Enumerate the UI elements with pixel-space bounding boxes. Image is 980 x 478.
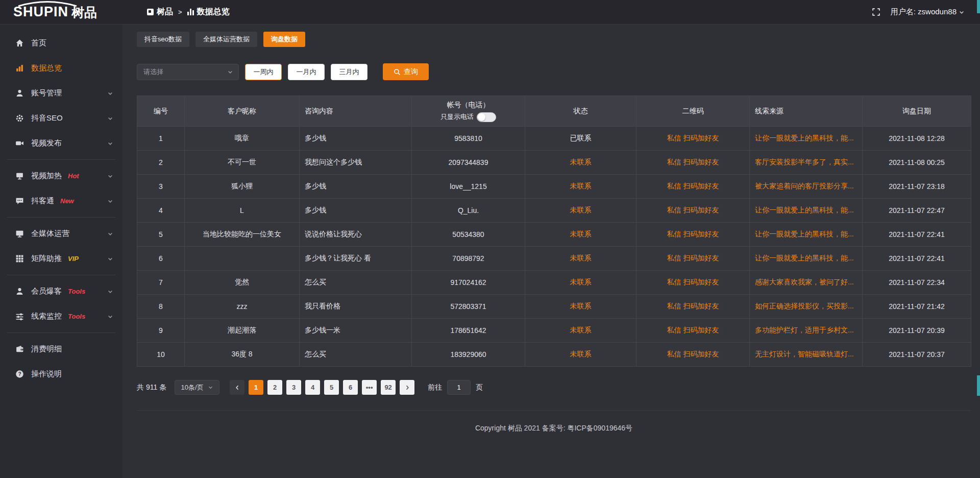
qr-friend-link[interactable]: 私信 扫码加好友: [667, 254, 719, 262]
sidebar-item-instructions[interactable]: ? 操作说明: [0, 362, 122, 387]
sidebar-item-data-overview[interactable]: 数据总览: [0, 56, 122, 81]
col-header-qr: 二维码: [636, 96, 750, 127]
table-header-row: 编号 客户昵称 咨询内容 帐号（电话） 只显示电话 状态 二维码 线索来源 询盘…: [137, 96, 971, 127]
table-row: 5 当地比较能吃的一位美女 说说价格让我死心 50534380 未联系 私信 扫…: [137, 223, 971, 247]
sidebar-item-account-mgmt[interactable]: 账号管理: [0, 81, 122, 106]
hot-badge: Hot: [68, 172, 79, 180]
user-menu[interactable]: 用户名: zswodun88: [891, 7, 965, 17]
page-button[interactable]: 1: [249, 380, 263, 395]
table-row: 9 潮起潮落 多少钱一米 178651642 未联系 私信 扫码加好友 多功能护…: [137, 319, 971, 343]
period-week-button[interactable]: 一周内: [245, 64, 282, 80]
footer: Copyright 树品 2021 备案号: 粤ICP备09019646号: [137, 410, 971, 433]
filter-select[interactable]: 请选择: [137, 64, 239, 80]
tab-omni-media-data[interactable]: 全媒体运营数据: [195, 32, 257, 47]
monitor-icon: [15, 229, 24, 238]
cell-message: 怎么买: [300, 271, 412, 295]
col-header-date: 询盘日期: [863, 96, 971, 127]
home-icon: [15, 39, 24, 47]
page-button[interactable]: 6: [343, 380, 358, 395]
cell-status: 未联系: [525, 343, 636, 367]
qr-friend-link[interactable]: 私信 扫码加好友: [667, 134, 719, 142]
lead-source-link[interactable]: 让你一眼就爱上的黑科技，能...: [755, 254, 854, 262]
cell-no: 10: [137, 343, 185, 367]
cell-no: 7: [137, 271, 185, 295]
cell-qr: 私信 扫码加好友: [636, 127, 750, 151]
phone-only-toggle[interactable]: [477, 112, 496, 122]
chart-icon: [187, 9, 194, 15]
tab-inquiry-data[interactable]: 询盘数据: [263, 32, 305, 47]
qr-friend-link[interactable]: 私信 扫码加好友: [667, 302, 719, 310]
lead-source-link[interactable]: 如何正确选择投影仪，买投影...: [755, 302, 854, 310]
app-icon: [147, 9, 154, 15]
qr-friend-link[interactable]: 私信 扫码加好友: [667, 206, 719, 214]
username-label: 用户名: zswodun88: [891, 7, 957, 17]
qr-friend-link[interactable]: 私信 扫码加好友: [667, 278, 719, 286]
inquiry-table: 编号 客户昵称 咨询内容 帐号（电话） 只显示电话 状态 二维码 线索来源 询盘…: [137, 95, 971, 367]
fullscreen-icon[interactable]: [872, 8, 880, 16]
cell-account: 70898792: [412, 247, 525, 271]
lead-source-link[interactable]: 让你一眼就爱上的黑科技，能...: [755, 206, 854, 214]
lead-source-link[interactable]: 让你一眼就爱上的黑科技，能...: [755, 134, 854, 142]
cell-status: 未联系: [525, 247, 636, 271]
qr-friend-link[interactable]: 私信 扫码加好友: [667, 350, 719, 358]
scrollbar-thumb[interactable]: [977, 375, 980, 396]
cell-date: 2021-11-07 22:41: [863, 247, 971, 271]
page-button[interactable]: 92: [381, 380, 396, 395]
page-button[interactable]: 2: [267, 380, 282, 395]
sidebar-item-douyin-seo[interactable]: 抖音SEO: [0, 106, 122, 131]
cell-source: 无主灯设计，智能磁吸轨道灯...: [750, 343, 863, 367]
qr-friend-link[interactable]: 私信 扫码加好友: [667, 230, 719, 238]
col-header-nickname: 客户昵称: [185, 96, 300, 127]
lead-source-link[interactable]: 让你一眼就爱上的黑科技，能...: [755, 230, 854, 238]
page-size-select[interactable]: 10条/页: [175, 380, 219, 395]
qr-friend-link[interactable]: 私信 扫码加好友: [667, 182, 719, 190]
cell-message: 我想问这个多少钱: [300, 151, 412, 175]
next-page-button[interactable]: [400, 380, 414, 395]
lead-source-link[interactable]: 感谢大家喜欢我家，被问了好...: [755, 278, 854, 286]
user-icon: [15, 287, 24, 296]
cell-no: 2: [137, 151, 185, 175]
tab-douyin-seo-data[interactable]: 抖音seo数据: [137, 32, 189, 47]
page-button[interactable]: 5: [324, 380, 339, 395]
cell-date: 2021-11-07 20:37: [863, 343, 971, 367]
screen-icon: [15, 172, 24, 180]
sidebar-item-lead-monitor[interactable]: 线索监控 Tools: [0, 304, 122, 329]
cell-date: 2021-11-07 22:34: [863, 271, 971, 295]
qr-friend-link[interactable]: 私信 扫码加好友: [667, 326, 719, 334]
sidebar-item-omni-media[interactable]: 全媒体运营: [0, 221, 122, 246]
lead-source-link[interactable]: 客厅安装投影半年多了，真实...: [755, 158, 854, 166]
goto-page: 前往 页: [428, 380, 483, 395]
breadcrumb-home[interactable]: 树品: [147, 7, 173, 17]
sidebar-item-video-heat[interactable]: 视频加热 Hot: [0, 163, 122, 188]
period-quarter-button[interactable]: 三月内: [331, 64, 368, 80]
lead-source-link[interactable]: 多功能护栏灯，适用于乡村文...: [755, 326, 854, 334]
toggle-knob: [478, 113, 485, 121]
sidebar-item-video-publish[interactable]: 视频发布: [0, 131, 122, 156]
cell-account: 183929060: [412, 343, 525, 367]
sidebar-item-member-burst[interactable]: 会员爆客 Tools: [0, 279, 122, 304]
logo-arc-icon: [14, 1, 81, 7]
svg-text:?: ?: [18, 371, 21, 377]
cell-message: 多少钱？让我死心 看: [300, 247, 412, 271]
data-tabs: 抖音seo数据 全媒体运营数据 询盘数据: [137, 32, 971, 47]
page-button[interactable]: 3: [286, 380, 301, 395]
period-month-button[interactable]: 一月内: [288, 64, 325, 80]
page-button[interactable]: •••: [362, 380, 377, 395]
logo-text-cn: 树品: [71, 6, 97, 19]
breadcrumb-current[interactable]: 数据总览: [187, 7, 230, 17]
chevron-down-icon: [208, 385, 213, 390]
page-button[interactable]: 4: [305, 380, 320, 395]
qr-friend-link[interactable]: 私信 扫码加好友: [667, 158, 719, 166]
prev-page-button[interactable]: [230, 380, 244, 395]
sidebar-item-douketong[interactable]: 抖客通 New: [0, 188, 122, 213]
scrollbar-thumb-top[interactable]: [977, 0, 980, 13]
search-button[interactable]: 查询: [383, 63, 429, 80]
lead-source-link[interactable]: 被大家追着问的客厅投影分享...: [755, 182, 854, 190]
sidebar-item-matrix-boost[interactable]: 矩阵助推 VIP: [0, 246, 122, 271]
total-count-label: 共 911 条: [137, 383, 166, 392]
cell-qr: 私信 扫码加好友: [636, 271, 750, 295]
sidebar-item-home[interactable]: 首页: [0, 31, 122, 56]
sidebar-item-spend-details[interactable]: 消费明细: [0, 337, 122, 362]
goto-page-input[interactable]: [447, 380, 471, 395]
lead-source-link[interactable]: 无主灯设计，智能磁吸轨道灯...: [755, 350, 854, 358]
